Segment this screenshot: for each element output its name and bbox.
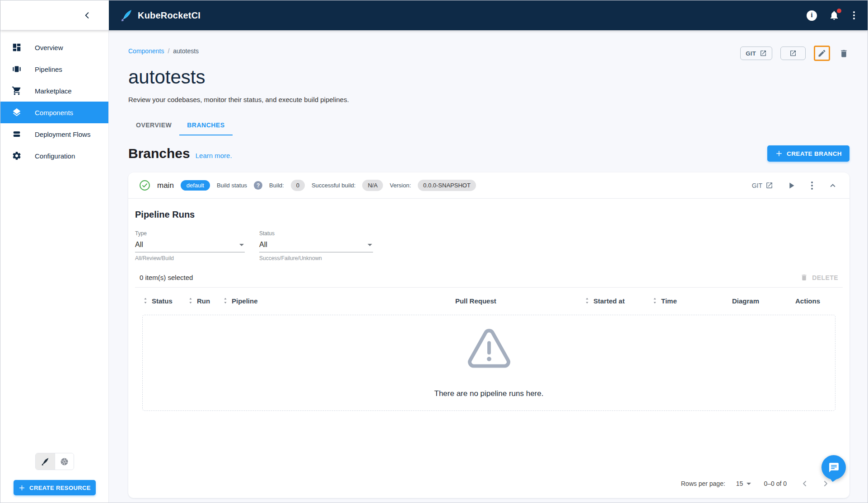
chat-fab-button[interactable] (821, 455, 846, 480)
app-bar: KubeRocketCI i (109, 0, 868, 30)
sidebar-item-label: Overview (35, 44, 63, 51)
tab-branches[interactable]: BRANCHES (179, 116, 232, 135)
main-content: Components / autotests GIT (109, 30, 868, 503)
sidebar-item-configuration[interactable]: Configuration (0, 145, 108, 167)
column-header-pipeline[interactable]: Pipeline (232, 297, 258, 305)
table-header-row: Status Run Pipeline Pull Request (135, 288, 843, 314)
pagination-range: 0–0 of 0 (764, 480, 787, 487)
layers-icon (11, 107, 22, 118)
build-count-pill: 0 (291, 180, 305, 191)
app-window: KubeRocketCI i Overview Pipelines (0, 0, 868, 503)
branch-git-link[interactable]: GIT (752, 182, 773, 189)
notifications-button[interactable] (829, 10, 840, 21)
type-filter-select[interactable]: All (135, 238, 245, 252)
type-filter: Type All All/Review/Build (135, 230, 245, 261)
learn-more-link[interactable]: Learn more. (196, 152, 232, 159)
status-filter-select[interactable]: All (259, 238, 373, 252)
next-page-button[interactable] (820, 478, 831, 489)
open-git-button[interactable]: GIT (740, 47, 772, 60)
type-filter-helper: All/Review/Build (135, 255, 245, 261)
breadcrumb-separator: / (168, 47, 169, 55)
create-branch-label: CREATE BRANCH (787, 150, 842, 157)
pencil-icon (817, 49, 826, 58)
kubernetes-view-toggle[interactable] (55, 453, 74, 470)
sidebar-item-components[interactable]: Components (0, 102, 108, 123)
column-header-run[interactable]: Run (197, 297, 210, 305)
tab-overview[interactable]: OVERVIEW (128, 116, 179, 135)
git-button-label: GIT (746, 50, 756, 57)
version-label: Version: (390, 182, 411, 189)
sort-icon[interactable] (584, 297, 590, 304)
selected-count-text: 0 item(s) selected (140, 274, 193, 281)
external-link-icon (765, 182, 773, 189)
sidebar-collapse-button[interactable] (80, 8, 94, 23)
sidebar-item-deployment-flows[interactable]: Deployment Flows (0, 123, 108, 145)
sidebar-item-marketplace[interactable]: Marketplace (0, 80, 108, 102)
chat-icon (828, 462, 840, 473)
sort-icon[interactable] (142, 297, 149, 304)
kubernetes-icon (60, 457, 69, 466)
open-external-button[interactable] (780, 47, 806, 60)
top-bar: KubeRocketCI i (0, 0, 868, 30)
branch-details: Pipeline Runs Type All All/Review/Build … (128, 199, 849, 498)
successful-build-pill: N/A (362, 180, 383, 191)
status-filter-value: All (259, 241, 267, 249)
column-header-status[interactable]: Status (152, 297, 173, 305)
sidebar-item-overview[interactable]: Overview (0, 37, 108, 58)
column-header-started-at[interactable]: Started at (593, 297, 625, 305)
play-icon (786, 181, 796, 191)
sort-icon[interactable] (652, 297, 658, 304)
info-icon[interactable]: i (807, 10, 817, 21)
collapse-branch-button[interactable] (827, 180, 839, 191)
stacked-bars-icon (11, 129, 22, 140)
delete-selected-button[interactable]: DELETE (800, 274, 838, 281)
breadcrumb-components-link[interactable]: Components (128, 47, 164, 55)
sidebar-item-label: Configuration (35, 152, 75, 160)
build-status-label: Build status (217, 182, 247, 189)
page-title: autotests (128, 66, 849, 88)
rocket-logo-icon (120, 9, 133, 22)
type-filter-value: All (135, 241, 143, 249)
edit-component-button[interactable] (814, 46, 830, 61)
branch-menu-button[interactable] (809, 180, 815, 191)
cart-icon (11, 85, 22, 96)
column-header-time[interactable]: Time (661, 297, 677, 305)
chevron-up-icon (828, 181, 838, 191)
branch-accordion-header[interactable]: main default Build status ? Build: 0 Suc… (128, 172, 849, 199)
sidebar-item-pipelines[interactable]: Pipelines (0, 58, 108, 80)
notification-badge (837, 9, 841, 13)
sort-icon[interactable] (187, 297, 194, 304)
rows-per-page-value: 15 (736, 480, 743, 487)
status-filter-helper: Success/Failure/Unknown (259, 255, 373, 261)
rocket-icon (41, 457, 50, 466)
empty-state-message: There are no pipeline runs here. (434, 389, 544, 398)
delete-component-button[interactable] (838, 48, 849, 59)
sidebar-item-label: Deployment Flows (35, 130, 90, 138)
trigger-build-button[interactable] (785, 180, 797, 191)
empty-state: There are no pipeline runs here. (142, 315, 835, 411)
brand: KubeRocketCI (120, 9, 201, 22)
plus-icon (775, 149, 783, 158)
create-branch-button[interactable]: CREATE BRANCH (767, 145, 849, 162)
column-header-pull-request[interactable]: Pull Request (455, 297, 496, 305)
chevron-left-icon (83, 11, 92, 20)
column-header-actions: Actions (795, 297, 820, 305)
pipeline-runs-title: Pipeline Runs (135, 210, 843, 220)
rows-per-page-select[interactable]: 15 (736, 480, 751, 487)
warning-triangle-icon (462, 328, 516, 374)
previous-page-button[interactable] (799, 478, 810, 489)
app-menu-button[interactable] (851, 9, 857, 21)
sidebar-item-label: Marketplace (35, 87, 72, 95)
branch-name: main (157, 181, 174, 190)
kuberocketci-view-toggle[interactable] (36, 453, 55, 470)
sidebar-header (0, 0, 109, 30)
external-link-icon (789, 50, 797, 57)
help-icon[interactable]: ? (254, 181, 262, 190)
branches-section-title: Branches (128, 146, 190, 161)
create-resource-button[interactable]: CREATE RESOURCE (14, 480, 96, 495)
branch-git-label: GIT (752, 182, 762, 189)
breadcrumb-current: autotests (173, 47, 199, 55)
create-resource-label: CREATE RESOURCE (29, 484, 91, 491)
status-filter-label: Status (259, 230, 373, 237)
sort-icon[interactable] (222, 297, 229, 304)
